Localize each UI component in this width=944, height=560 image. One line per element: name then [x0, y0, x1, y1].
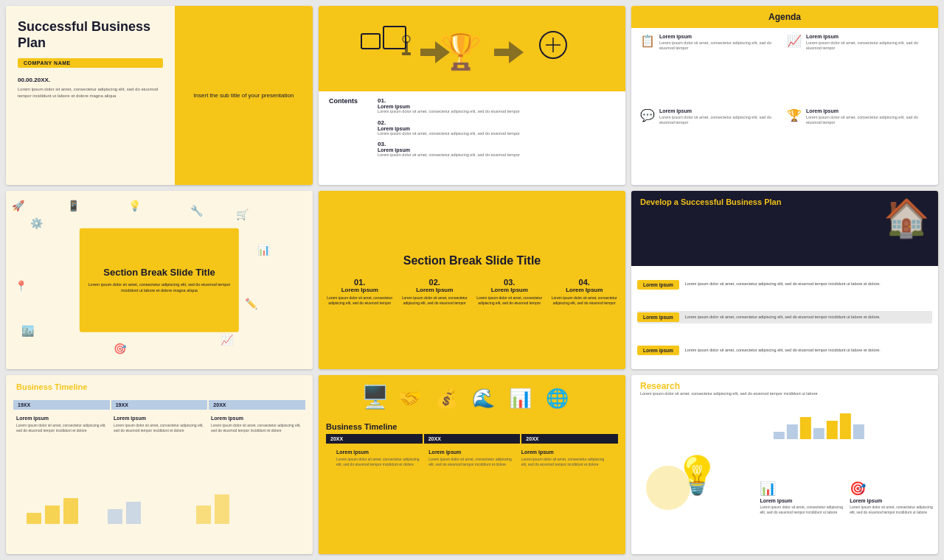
- bg-icon-2: ⚙️: [30, 217, 43, 229]
- slide8-year-1: 20XX: [326, 434, 424, 444]
- agenda-desc-4: Lorem ipsum dolor sit amet, consectetur …: [806, 115, 929, 125]
- slide8-top-icons: 🖥️ 🤝 💰 🌊 📊 🌐: [319, 375, 625, 419]
- research-icon-2: 🎯: [850, 480, 935, 497]
- agenda-desc-3: Lorem ipsum dolor sit amet, consectetur …: [659, 115, 782, 125]
- slide6-row-2: Lorem ipsum Lorem ipsum dolor sit amet, …: [637, 311, 932, 323]
- slide8-item-2: Lorem ipsum Lorem ipsum dolor sit amet, …: [426, 447, 518, 466]
- slide1-date: 00.00.20XX.: [18, 77, 163, 83]
- slide4-desc: Lorem ipsum dolor sit amet, consectetur …: [87, 282, 232, 293]
- agenda-title-4: Lorem ipsum: [806, 108, 929, 113]
- slide9-header: Research Lorem ipsum dolor sit amet, con…: [631, 375, 938, 402]
- slide8-title: Business Timeline: [326, 422, 618, 431]
- agenda-item-2: 📈 Lorem ipsum Lorem ipsum dolor sit amet…: [787, 34, 929, 104]
- bg-icon-6: 📊: [257, 244, 270, 256]
- slide-6: Develop a Successful Business Plan 🏠 Lor…: [631, 191, 938, 370]
- slide8-item-1: Lorem ipsum Lorem ipsum dolor sit amet, …: [333, 447, 426, 466]
- agenda-title-2: Lorem ipsum: [806, 34, 929, 39]
- agenda-item-4: 🏆 Lorem ipsum Lorem ipsum dolor sit amet…: [787, 108, 929, 178]
- slide2-contents-label: Contents: [329, 97, 366, 178]
- slide7-year-2: 19XX: [111, 400, 209, 410]
- svg-rect-6: [402, 52, 411, 55]
- bg-icon-1: 🚀: [12, 200, 24, 211]
- slide9-item-2: 🎯 Lorem ipsum Lorem ipsum dolor sit amet…: [850, 480, 935, 548]
- slide2-item-1: 01. Lorem ipsum Lorem ipsum dolor sit am…: [378, 97, 615, 157]
- bg-icon-8: 📈: [221, 334, 233, 346]
- slide5-numbered-row: 01. Lorem Ipsum Lorem ipsum dolor sit am…: [326, 278, 618, 305]
- slide5-item-4: 04. Lorem Ipsum Lorem ipsum dolor sit am…: [551, 278, 619, 305]
- bg-icon-11: 📱: [67, 200, 80, 211]
- agenda-icon-1: 📋: [640, 34, 655, 48]
- slide6-header: Develop a Successful Business Plan 🏠: [631, 191, 938, 266]
- slide7-title: Business Timeline: [16, 382, 302, 391]
- slide-8: 🖥️ 🤝 💰 🌊 📊 🌐 Business Timeline 20XX 20XX…: [319, 375, 625, 554]
- slide8-items: Lorem ipsum Lorem ipsum dolor sit amet, …: [333, 447, 611, 466]
- slide-3: Agenda 📋 Lorem ipsum Lorem ipsum dolor s…: [631, 6, 938, 185]
- agenda-desc-1: Lorem ipsum dolor sit amet, consectetur …: [659, 41, 782, 51]
- slide6-rows: Lorem ipsum Lorem ipsum dolor sit amet, …: [631, 266, 938, 370]
- slide9-item-1: 📊 Lorem ipsum Lorem ipsum dolor sit amet…: [760, 480, 845, 548]
- svg-rect-9: [27, 513, 41, 524]
- slide5-title: Section Break Slide Title: [403, 254, 541, 267]
- slide3-body: 📋 Lorem ipsum Lorem ipsum dolor sit amet…: [631, 28, 938, 185]
- slide8-bar: 20XX 20XX 20XX: [326, 434, 618, 444]
- slide8-header: Business Timeline: [326, 419, 618, 434]
- slide9-right: 📊 Lorem ipsum Lorem ipsum dolor sit amet…: [760, 402, 935, 548]
- research-icon-1: 📊: [760, 480, 845, 497]
- slide1-subtitle: Insert the sub title of your presentatio…: [186, 85, 301, 105]
- slide7-item-1: Lorem ipsum Lorem ipsum dolor sit amet, …: [13, 413, 111, 483]
- slide8-bottom: Business Timeline 20XX 20XX 20XX Lorem i…: [319, 419, 625, 554]
- svg-rect-10: [45, 505, 60, 524]
- slide6-row-3: Lorem ipsum Lorem ipsum dolor sit amet, …: [637, 346, 932, 355]
- agenda-icon-4: 🏆: [787, 108, 802, 122]
- svg-text:🌐: 🌐: [546, 387, 569, 410]
- slide7-bar: 19XX 19XX 20XX: [13, 400, 305, 410]
- slide-2: 🏆 Contents 01. Lorem ipsum Lorem ipsum d…: [319, 6, 625, 185]
- bg-icon-4: 🏙️: [21, 325, 34, 337]
- slide-4: 🚀 ⚙️ 📍 🏙️ 🛒 📊 ✏️ 📈 💡 🎯 📱 🔧 Section Break…: [6, 191, 313, 370]
- agenda-icon-3: 💬: [640, 108, 655, 122]
- lighthouse-icon: 🏠: [884, 197, 929, 239]
- bg-icon-12: 🔧: [190, 205, 203, 217]
- svg-text:📊: 📊: [509, 387, 532, 410]
- svg-rect-27: [840, 413, 851, 439]
- svg-rect-24: [800, 417, 811, 439]
- agenda-desc-2: Lorem ipsum dolor sit amet, consectetur …: [806, 41, 929, 51]
- slide2-icons: 🏆: [347, 12, 597, 85]
- svg-text:🖥️: 🖥️: [361, 384, 389, 410]
- slide9-chart: [760, 402, 935, 439]
- slide2-banner: 🏆: [319, 6, 625, 91]
- slide9-chart-area: [760, 402, 935, 476]
- slide9-left: 💡: [639, 402, 755, 548]
- agenda-icon-2: 📈: [787, 34, 802, 48]
- slide8-year-2: 20XX: [424, 434, 522, 444]
- agenda-title-3: Lorem ipsum: [659, 108, 782, 113]
- slide6-title: Develop a Successful Business Plan: [640, 197, 781, 207]
- slide-5: Section Break Slide Title 01. Lorem Ipsu…: [319, 191, 625, 370]
- slide5-item-2: 02. Lorem Ipsum Lorem ipsum dolor sit am…: [401, 278, 469, 305]
- agenda-item-1: 📋 Lorem ipsum Lorem ipsum dolor sit amet…: [640, 34, 782, 104]
- svg-rect-2: [384, 27, 406, 49]
- svg-rect-14: [196, 505, 211, 524]
- slide7-header: Business Timeline: [6, 375, 313, 394]
- agenda-title-1: Lorem ipsum: [659, 34, 782, 39]
- slide3-header: Agenda: [631, 6, 938, 28]
- svg-rect-15: [215, 494, 229, 524]
- bg-icon-9: 💡: [128, 200, 141, 211]
- slide4-center-box: Section Break Slide Title Lorem ipsum do…: [80, 228, 239, 332]
- slide7-year-3: 20XX: [209, 400, 305, 410]
- svg-rect-26: [827, 421, 838, 439]
- svg-rect-23: [787, 424, 798, 439]
- slide7-chart: [13, 483, 305, 528]
- slide7-item-3: Lorem ipsum Lorem ipsum dolor sit amet, …: [208, 413, 305, 483]
- slide7-item-2: Lorem ipsum Lorem ipsum dolor sit amet, …: [111, 413, 208, 483]
- svg-rect-12: [108, 509, 122, 524]
- slide8-year-3: 20XX: [521, 434, 618, 444]
- slide-7: Business Timeline 19XX 19XX 20XX Lorem i…: [6, 375, 313, 554]
- svg-text:🤝: 🤝: [398, 387, 422, 410]
- slide9-desc: Lorem ipsum dolor sit amet, consectetur …: [640, 391, 929, 396]
- svg-text:💰: 💰: [435, 387, 459, 410]
- slide8-icon-row: 🖥️ 🤝 💰 🌊 📊 🌐: [319, 375, 625, 419]
- slide7-year-1: 19XX: [13, 400, 111, 410]
- agenda-item-3: 💬 Lorem ipsum Lorem ipsum dolor sit amet…: [640, 108, 782, 178]
- svg-rect-28: [853, 424, 864, 439]
